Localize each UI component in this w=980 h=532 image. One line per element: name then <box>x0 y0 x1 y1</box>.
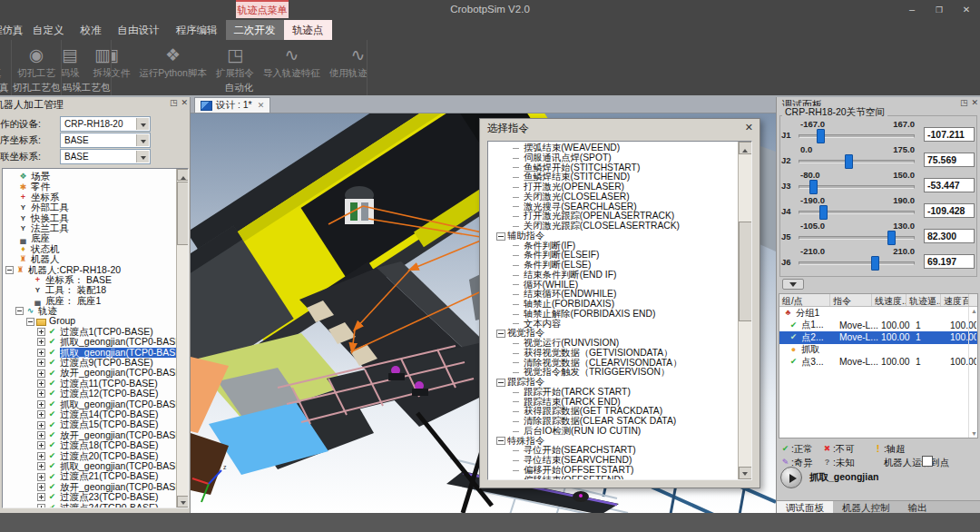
ribbon-tab[interactable]: 程仿真 <box>0 20 24 40</box>
program-frame-select[interactable]: BASE <box>60 133 151 148</box>
window-control-button[interactable] <box>898 0 926 18</box>
waypoint-table-row[interactable]: 点2... Move-L... 100.00 1 100.00 <box>779 331 977 344</box>
joint-value-field[interactable]: 75.569 <box>924 153 975 167</box>
ribbon-button[interactable]: 拆垛 <box>86 42 112 81</box>
joint-slider-thumb[interactable] <box>819 205 828 220</box>
tree-expander-icon[interactable] <box>37 328 45 336</box>
tree-scrollbar[interactable] <box>176 169 188 507</box>
dock-pin-icon[interactable] <box>960 98 968 107</box>
column-header[interactable]: 速度百... <box>941 294 969 306</box>
ribbon-button[interactable]: 运行Python脚本 <box>134 42 211 81</box>
dialog-close-icon[interactable]: ✕ <box>745 122 753 133</box>
ribbon-button[interactable]: 切孔工艺 <box>13 42 60 81</box>
joint-slider-track[interactable] <box>799 185 915 189</box>
instruction-item[interactable]: 后台IO检测(RUN IO CUTIN) <box>491 427 737 437</box>
scroll-up-icon[interactable] <box>739 142 752 154</box>
play-button[interactable] <box>780 467 802 488</box>
ribbon-button[interactable]: 使用轨迹模板 <box>325 42 368 81</box>
tree-item[interactable]: 过渡点18(TCP0-BASE) <box>5 440 175 450</box>
tree-item[interactable]: 外部工具 <box>5 202 175 212</box>
status-bar-icon[interactable] <box>892 516 906 529</box>
waypoint-table-row[interactable]: 抓取 <box>779 344 977 357</box>
ribbon-button[interactable]: 导入文件 <box>112 42 134 81</box>
scroll-down-icon[interactable] <box>177 496 189 507</box>
joint-value-field[interactable]: 69.197 <box>924 254 975 269</box>
scroll-up-icon[interactable] <box>177 169 189 181</box>
expand-cartesian-button[interactable] <box>782 279 804 290</box>
dialog-scrollbar[interactable] <box>738 142 751 479</box>
scroll-thumb[interactable] <box>739 222 752 321</box>
tree-item[interactable]: 过渡点24(TCP0-BASE) <box>5 503 175 509</box>
tree-expander-icon[interactable] <box>37 359 45 367</box>
joint-slider-track[interactable] <box>799 160 915 163</box>
status-bar-icon[interactable] <box>961 516 975 529</box>
tree-expander-icon[interactable] <box>26 318 34 326</box>
status-bar-icon[interactable] <box>926 516 941 529</box>
tree-expander-icon[interactable] <box>37 493 45 501</box>
tree-expander-icon[interactable] <box>37 441 45 449</box>
tree-expander-icon[interactable] <box>37 400 45 409</box>
instruction-item[interactable]: 结束条件判断(END IF) <box>491 271 737 281</box>
joint-slider-track[interactable] <box>799 211 915 214</box>
waypoint-table-row[interactable]: 点3... Move-L... 100.00 1 100.00 <box>779 356 977 369</box>
bottom-tab[interactable]: 调试面板 <box>777 501 833 514</box>
tree-expander-icon[interactable] <box>37 452 45 460</box>
tree-item[interactable]: 工具： 装配18 <box>5 285 175 295</box>
tree-expander-icon[interactable] <box>37 462 45 470</box>
status-bar-icon[interactable] <box>858 516 872 529</box>
status-bar-icon[interactable] <box>909 516 924 529</box>
ribbon-tab[interactable]: 二次开发 <box>226 20 284 40</box>
status-bar-icon[interactable] <box>789 516 803 529</box>
device-select[interactable]: CRP-RH18-20 <box>60 116 151 132</box>
tree-item[interactable]: 底座： 底座1 <box>5 296 175 306</box>
tree-expander-icon[interactable] <box>37 389 45 398</box>
tree-item[interactable]: 轨迹 <box>5 306 175 316</box>
ribbon-tab[interactable]: 程序编辑 <box>168 20 226 40</box>
status-bar-icon[interactable] <box>875 516 889 529</box>
instruction-item[interactable]: 关闭激光(CLOSELASER) <box>491 192 737 202</box>
waypoint-table-row[interactable]: 分组1 <box>779 307 977 320</box>
ribbon-tab[interactable]: 自由设计 <box>110 20 168 40</box>
ribbon-button[interactable]: 扩展指令 <box>211 42 259 81</box>
instruction-item[interactable]: 轴禁止解除(FORBIDAXIS END) <box>491 310 737 320</box>
tab-close-icon[interactable]: ✕ <box>258 101 265 110</box>
dock-pin-icon[interactable] <box>170 98 178 107</box>
ribbon-tab[interactable]: 自定义 <box>24 20 73 40</box>
tree-expander-icon[interactable] <box>37 483 45 491</box>
tree-expander-icon[interactable] <box>37 431 45 439</box>
scroll-down-icon[interactable] <box>739 467 752 479</box>
status-bar-icon[interactable] <box>806 516 820 529</box>
bottom-tab[interactable]: 输出 <box>899 501 936 514</box>
joint-value-field[interactable]: -107.211 <box>924 127 975 142</box>
instruction-item[interactable]: 辅助指令 <box>491 232 737 241</box>
tree-item[interactable]: 过渡点21(TCP0-BASE) <box>5 471 175 481</box>
ribbon-button[interactable]: 导入轨迹特征 <box>259 42 325 81</box>
tree-expander-icon[interactable] <box>37 421 45 429</box>
joint-slider-thumb[interactable] <box>871 256 879 271</box>
window-control-button[interactable] <box>926 0 953 18</box>
tree-item[interactable]: 机器人 <box>5 254 175 264</box>
joint-slider-thumb[interactable] <box>887 231 896 245</box>
move-to-point-checkbox[interactable] <box>922 456 933 467</box>
tree-expander-icon[interactable] <box>37 504 45 508</box>
ribbon-button[interactable]: 码垛 <box>62 42 86 81</box>
joint-slider-thumb[interactable] <box>809 180 818 194</box>
joint-slider-track[interactable] <box>799 134 915 138</box>
joint-value-field[interactable]: 82.300 <box>924 229 975 243</box>
tree-expander-icon[interactable] <box>37 410 45 419</box>
tree-expander-icon[interactable] <box>37 473 45 481</box>
column-header[interactable]: 轨迹逼... <box>906 294 941 306</box>
ribbon-tab[interactable]: 轨迹点 <box>284 20 332 40</box>
joint-value-field[interactable]: -53.447 <box>924 178 975 192</box>
status-bar-icon[interactable] <box>840 516 855 529</box>
ribbon-tab[interactable]: 校准 <box>73 20 110 40</box>
tree-expander-icon[interactable] <box>5 266 14 274</box>
joint-slider-track[interactable] <box>799 261 915 265</box>
bottom-tab[interactable]: 机器人控制 <box>833 501 899 514</box>
joint-slider-thumb[interactable] <box>817 129 825 143</box>
tree-item[interactable]: 过渡点12(TCP0-BASE) <box>5 389 175 399</box>
joint-slider-thumb[interactable] <box>845 154 853 169</box>
instruction-item[interactable]: 跟踪开始(TARCK START) <box>491 388 737 398</box>
tree-expander-icon[interactable] <box>15 307 24 315</box>
tree-item[interactable]: 抓取_geongjian(TCP0-BASE) <box>5 337 175 347</box>
